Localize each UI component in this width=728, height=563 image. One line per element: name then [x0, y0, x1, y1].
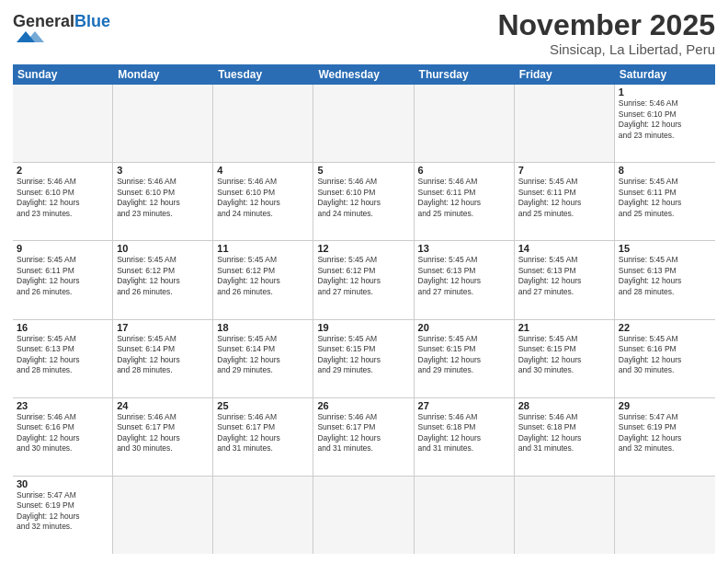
month-title: November 2025 [497, 9, 715, 41]
calendar-cell: 9Sunrise: 5:45 AM Sunset: 6:11 PM Daylig… [13, 241, 113, 318]
weekday-header: Sunday [13, 64, 113, 85]
cell-info: Sunrise: 5:45 AM Sunset: 6:12 PM Dayligh… [217, 255, 309, 297]
cell-info: Sunrise: 5:46 AM Sunset: 6:16 PM Dayligh… [17, 412, 108, 454]
calendar-cell: 26Sunrise: 5:46 AM Sunset: 6:17 PM Dayli… [313, 398, 414, 476]
day-number: 19 [317, 322, 409, 333]
calendar-cell: 2Sunrise: 5:46 AM Sunset: 6:10 PM Daylig… [13, 163, 113, 240]
calendar-cell: 17Sunrise: 5:45 AM Sunset: 6:14 PM Dayli… [113, 320, 213, 397]
calendar-cell: 20Sunrise: 5:45 AM Sunset: 6:15 PM Dayli… [415, 320, 515, 397]
calendar-cell: 24Sunrise: 5:46 AM Sunset: 6:17 PM Dayli… [113, 398, 213, 476]
calendar-cell [213, 85, 313, 162]
weekday-header: Thursday [415, 64, 515, 85]
calendar-cell: 11Sunrise: 5:45 AM Sunset: 6:12 PM Dayli… [213, 241, 313, 318]
day-number: 3 [117, 165, 209, 176]
cell-info: Sunrise: 5:45 AM Sunset: 6:14 PM Dayligh… [117, 334, 209, 376]
calendar-cell: 14Sunrise: 5:45 AM Sunset: 6:13 PM Dayli… [515, 241, 615, 318]
calendar-cell [113, 477, 213, 554]
cell-info: Sunrise: 5:45 AM Sunset: 6:13 PM Dayligh… [518, 255, 610, 297]
cell-info: Sunrise: 5:46 AM Sunset: 6:10 PM Dayligh… [317, 177, 409, 219]
day-number: 1 [619, 86, 711, 98]
calendar-cell: 16Sunrise: 5:45 AM Sunset: 6:13 PM Dayli… [13, 320, 113, 397]
cell-info: Sunrise: 5:45 AM Sunset: 6:11 PM Dayligh… [518, 177, 610, 219]
day-number: 25 [217, 400, 309, 411]
logo-icon [13, 29, 63, 46]
cell-info: Sunrise: 5:45 AM Sunset: 6:15 PM Dayligh… [418, 334, 510, 376]
calendar-cell [13, 85, 113, 162]
calendar-cell: 3Sunrise: 5:46 AM Sunset: 6:10 PM Daylig… [113, 163, 213, 240]
day-number: 30 [17, 478, 108, 489]
weekday-header: Friday [515, 64, 615, 85]
cell-info: Sunrise: 5:46 AM Sunset: 6:18 PM Dayligh… [518, 412, 610, 454]
calendar-cell: 7Sunrise: 5:45 AM Sunset: 6:11 PM Daylig… [515, 163, 615, 240]
cell-info: Sunrise: 5:45 AM Sunset: 6:15 PM Dayligh… [518, 334, 610, 376]
day-number: 12 [317, 243, 409, 254]
calendar-cell: 21Sunrise: 5:45 AM Sunset: 6:15 PM Dayli… [515, 320, 615, 397]
cell-info: Sunrise: 5:46 AM Sunset: 6:10 PM Dayligh… [217, 177, 309, 219]
cell-info: Sunrise: 5:45 AM Sunset: 6:12 PM Dayligh… [317, 255, 409, 297]
calendar-cell [515, 85, 615, 162]
logo-blue: Blue [74, 12, 110, 30]
calendar-cell [415, 85, 515, 162]
calendar-cell: 19Sunrise: 5:45 AM Sunset: 6:15 PM Dayli… [313, 320, 414, 397]
weekday-header: Wednesday [313, 64, 414, 85]
day-number: 18 [217, 322, 309, 333]
day-number: 14 [518, 243, 610, 254]
calendar-cell: 25Sunrise: 5:46 AM Sunset: 6:17 PM Dayli… [213, 398, 313, 476]
calendar-cell [313, 85, 414, 162]
day-number: 16 [17, 322, 108, 333]
calendar-cell [313, 477, 414, 554]
calendar-week: 23Sunrise: 5:46 AM Sunset: 6:16 PM Dayli… [13, 398, 715, 477]
weekday-header: Tuesday [213, 64, 313, 85]
day-number: 23 [17, 400, 108, 411]
cell-info: Sunrise: 5:46 AM Sunset: 6:18 PM Dayligh… [418, 412, 510, 454]
cell-info: Sunrise: 5:46 AM Sunset: 6:10 PM Dayligh… [17, 177, 108, 219]
day-number: 2 [17, 165, 108, 176]
calendar-week: 1Sunrise: 5:46 AM Sunset: 6:10 PM Daylig… [13, 85, 715, 163]
cell-info: Sunrise: 5:45 AM Sunset: 6:14 PM Dayligh… [217, 334, 309, 376]
location: Sinsicap, La Libertad, Peru [497, 41, 715, 57]
calendar-cell: 5Sunrise: 5:46 AM Sunset: 6:10 PM Daylig… [313, 163, 414, 240]
calendar-cell: 8Sunrise: 5:45 AM Sunset: 6:11 PM Daylig… [615, 163, 715, 240]
cell-info: Sunrise: 5:45 AM Sunset: 6:11 PM Dayligh… [619, 177, 711, 219]
day-number: 11 [217, 243, 309, 254]
cell-info: Sunrise: 5:45 AM Sunset: 6:11 PM Dayligh… [17, 255, 108, 297]
calendar-cell: 15Sunrise: 5:45 AM Sunset: 6:13 PM Dayli… [615, 241, 715, 318]
cell-info: Sunrise: 5:45 AM Sunset: 6:15 PM Dayligh… [317, 334, 409, 376]
day-number: 4 [217, 165, 309, 176]
day-number: 15 [619, 243, 711, 254]
calendar-body: 1Sunrise: 5:46 AM Sunset: 6:10 PM Daylig… [13, 85, 715, 554]
day-number: 20 [418, 322, 510, 333]
calendar-cell [113, 85, 213, 162]
day-number: 24 [117, 400, 209, 411]
calendar-cell [515, 477, 615, 554]
calendar-header: SundayMondayTuesdayWednesdayThursdayFrid… [13, 64, 715, 85]
calendar-cell: 30Sunrise: 5:47 AM Sunset: 6:19 PM Dayli… [13, 477, 113, 554]
cell-info: Sunrise: 5:45 AM Sunset: 6:13 PM Dayligh… [418, 255, 510, 297]
cell-info: Sunrise: 5:47 AM Sunset: 6:19 PM Dayligh… [619, 412, 711, 454]
calendar-cell: 27Sunrise: 5:46 AM Sunset: 6:18 PM Dayli… [415, 398, 515, 476]
cell-info: Sunrise: 5:45 AM Sunset: 6:16 PM Dayligh… [619, 334, 711, 376]
day-number: 17 [117, 322, 209, 333]
cell-info: Sunrise: 5:46 AM Sunset: 6:17 PM Dayligh… [117, 412, 209, 454]
page-header: GeneralBlue November 2025 Sinsicap, La L… [13, 9, 715, 57]
day-number: 29 [619, 400, 711, 411]
calendar-cell: 23Sunrise: 5:46 AM Sunset: 6:16 PM Dayli… [13, 398, 113, 476]
calendar-cell: 6Sunrise: 5:46 AM Sunset: 6:11 PM Daylig… [415, 163, 515, 240]
day-number: 27 [418, 400, 510, 411]
title-block: November 2025 Sinsicap, La Libertad, Per… [497, 9, 715, 57]
calendar-week: 16Sunrise: 5:45 AM Sunset: 6:13 PM Dayli… [13, 320, 715, 398]
calendar-cell: 10Sunrise: 5:45 AM Sunset: 6:12 PM Dayli… [113, 241, 213, 318]
cell-info: Sunrise: 5:46 AM Sunset: 6:10 PM Dayligh… [117, 177, 209, 219]
calendar-cell: 4Sunrise: 5:46 AM Sunset: 6:10 PM Daylig… [213, 163, 313, 240]
calendar-cell: 29Sunrise: 5:47 AM Sunset: 6:19 PM Dayli… [615, 398, 715, 476]
cell-info: Sunrise: 5:45 AM Sunset: 6:12 PM Dayligh… [117, 255, 209, 297]
day-number: 10 [117, 243, 209, 254]
calendar-week: 2Sunrise: 5:46 AM Sunset: 6:10 PM Daylig… [13, 163, 715, 241]
logo: GeneralBlue [13, 13, 110, 50]
day-number: 9 [17, 243, 108, 254]
calendar-cell: 28Sunrise: 5:46 AM Sunset: 6:18 PM Dayli… [515, 398, 615, 476]
weekday-header: Saturday [615, 64, 715, 85]
day-number: 22 [619, 322, 711, 333]
cell-info: Sunrise: 5:45 AM Sunset: 6:13 PM Dayligh… [17, 334, 108, 376]
calendar-cell: 18Sunrise: 5:45 AM Sunset: 6:14 PM Dayli… [213, 320, 313, 397]
